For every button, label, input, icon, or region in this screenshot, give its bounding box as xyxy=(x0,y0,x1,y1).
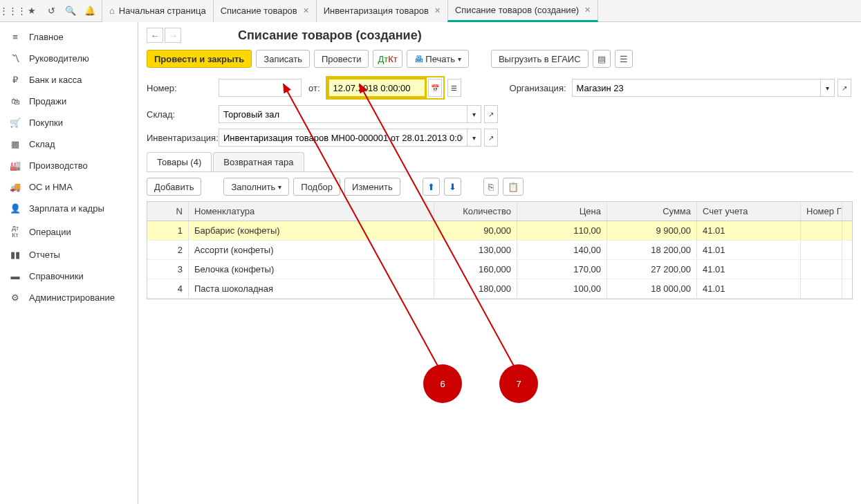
tab-home[interactable]: ⌂ Начальная страница xyxy=(102,0,214,22)
page-title: Списание товаров (создание) xyxy=(238,28,422,43)
grid-head: N Номенклатура Количество Цена Сумма Сче… xyxy=(147,202,852,221)
close-icon[interactable]: ✕ xyxy=(434,6,441,15)
sidebar-item-reports[interactable]: ▮▮Отчеты xyxy=(0,244,138,265)
dtkt-button[interactable]: ДтКт xyxy=(373,50,402,68)
table-row[interactable]: 1 Барбарис (конфеты) 90,000 110,00 9 900… xyxy=(147,221,852,241)
tab-writeoff-new[interactable]: Списание товаров (создание) ✕ xyxy=(447,0,598,22)
table-row[interactable]: 3 Белочка (конфеты) 160,000 170,00 27 20… xyxy=(147,260,852,279)
move-down-button[interactable]: ⬇ xyxy=(444,178,461,196)
history-icon[interactable]: ↺ xyxy=(41,1,61,21)
calendar-icon[interactable]: 📅 xyxy=(428,79,442,97)
col-price[interactable]: Цена xyxy=(517,202,607,221)
print-button[interactable]: 🖶 Печать▾ xyxy=(407,50,469,68)
chart-icon: 〽 xyxy=(8,53,22,64)
warehouse-label: Склад: xyxy=(147,109,219,120)
org-input[interactable] xyxy=(572,79,821,97)
tab-writeoff[interactable]: Списание товаров ✕ xyxy=(213,0,317,22)
warehouse-input[interactable] xyxy=(219,105,467,123)
cart-icon: 🛒 xyxy=(8,118,22,128)
close-icon[interactable]: ✕ xyxy=(303,6,309,15)
sidebar-label: Администрирование xyxy=(29,292,115,303)
copy-button[interactable]: ⎘ xyxy=(483,178,499,196)
chevron-down-icon[interactable]: ▾ xyxy=(821,79,835,97)
tab-label: Инвентаризация товаров xyxy=(324,6,429,16)
sidebar-item-sales[interactable]: 🛍Продажи xyxy=(0,91,138,112)
sidebar-item-bank[interactable]: ₽Банк и касса xyxy=(0,69,138,91)
post-button[interactable]: Провести xyxy=(314,50,369,68)
date-input[interactable] xyxy=(328,79,425,97)
col-n[interactable]: N xyxy=(147,202,189,221)
table-row[interactable]: 4 Паста шоколадная 180,000 100,00 18 000… xyxy=(147,279,852,299)
bag-icon: 🛍 xyxy=(8,96,22,106)
sidebar-item-references[interactable]: ▬Справочники xyxy=(0,265,138,287)
add-button[interactable]: Добавить xyxy=(147,178,201,196)
inventory-label: Инвентаризация: xyxy=(147,133,219,143)
col-gtd[interactable]: Номер Г xyxy=(801,202,842,221)
sidebar-item-payroll[interactable]: 👤Зарплата и кадры xyxy=(0,198,138,219)
tabs: ⌂ Начальная страница Списание товаров ✕ … xyxy=(102,0,598,22)
inventory-input[interactable] xyxy=(219,129,467,147)
tab-label: Начальная страница xyxy=(119,6,206,16)
move-up-button[interactable]: ⬆ xyxy=(423,178,440,196)
table-toolbar: Добавить Заполнить▾ Подбор Изменить ⬆ ⬇ … xyxy=(147,171,853,201)
star-icon[interactable]: ★ xyxy=(22,1,41,21)
sidebar-label: Отчеты xyxy=(29,250,60,260)
sidebar-label: Справочники xyxy=(29,271,84,281)
table-row[interactable]: 2 Ассорти (конфеты) 130,000 140,00 18 20… xyxy=(147,241,852,260)
back-button[interactable]: ← xyxy=(147,28,163,43)
post-close-button[interactable]: Провести и закрыть xyxy=(147,50,252,68)
tab-label: Списание товаров xyxy=(221,6,297,16)
org-open-button[interactable]: ↗ xyxy=(837,79,851,97)
dtkt-icon: ДтКт xyxy=(8,225,22,239)
warehouse-open-button[interactable]: ↗ xyxy=(484,105,498,123)
home-icon: ⌂ xyxy=(109,6,115,16)
sidebar-item-production[interactable]: 🏭Производство xyxy=(0,155,138,176)
menu-icon: ≡ xyxy=(8,32,22,42)
date-extra-button[interactable]: ☰ xyxy=(447,79,461,97)
bell-icon[interactable]: 🔔 xyxy=(80,1,100,21)
search-icon[interactable]: 🔍 xyxy=(61,1,80,21)
save-button[interactable]: Записать xyxy=(256,50,310,68)
chevron-down-icon[interactable]: ▾ xyxy=(467,129,481,147)
list-button[interactable]: ☰ xyxy=(615,50,633,68)
bars-icon: ▮▮ xyxy=(8,250,22,260)
egais-button[interactable]: Выгрузить в ЕГАИС xyxy=(491,50,589,68)
col-sum[interactable]: Сумма xyxy=(607,202,697,221)
printer-icon: 🖶 xyxy=(414,54,423,64)
pick-button[interactable]: Подбор xyxy=(293,178,340,196)
chevron-down-icon[interactable]: ▾ xyxy=(467,105,481,123)
sidebar-label: ОС и НМА xyxy=(29,182,73,192)
tab-goods[interactable]: Товары (4) xyxy=(147,152,212,171)
ruble-icon: ₽ xyxy=(8,75,22,85)
paste-button[interactable]: 📋 xyxy=(503,178,524,196)
sidebar-label: Банк и касса xyxy=(29,75,82,85)
inventory-open-button[interactable]: ↗ xyxy=(484,129,498,147)
tab-inventory[interactable]: Инвентаризация товаров ✕ xyxy=(316,0,448,22)
fill-button[interactable]: Заполнить▾ xyxy=(223,178,289,196)
register-button[interactable]: ▤ xyxy=(593,50,611,68)
forward-button[interactable]: → xyxy=(165,28,181,43)
sidebar: ≡Главное 〽Руководителю ₽Банк и касса 🛍Пр… xyxy=(0,22,138,504)
sidebar-item-operations[interactable]: ДтКтОперации xyxy=(0,219,138,244)
col-acct[interactable]: Счет учета xyxy=(697,202,801,221)
number-input[interactable] xyxy=(219,79,302,97)
tab-tare[interactable]: Возвратная тара xyxy=(213,152,304,171)
date-box: 📅 xyxy=(326,76,445,100)
sidebar-item-warehouse[interactable]: ▦Склад xyxy=(0,133,138,155)
sidebar-item-assets[interactable]: 🚚ОС и НМА xyxy=(0,176,138,198)
change-button[interactable]: Изменить xyxy=(344,178,400,196)
sidebar-item-admin[interactable]: ⚙Администрирование xyxy=(0,287,138,308)
content: ← → Списание товаров (создание) Провести… xyxy=(138,22,861,504)
sidebar-label: Покупки xyxy=(29,118,63,128)
tab-label: Списание товаров (создание) xyxy=(455,5,579,15)
org-label: Организация: xyxy=(510,83,566,93)
close-icon[interactable]: ✕ xyxy=(584,6,591,15)
grid: N Номенклатура Количество Цена Сумма Сче… xyxy=(147,201,853,299)
apps-icon[interactable]: ⋮⋮⋮ xyxy=(3,1,22,21)
sidebar-item-main[interactable]: ≡Главное xyxy=(0,26,138,48)
col-nom[interactable]: Номенклатура xyxy=(189,202,434,221)
col-qty[interactable]: Количество xyxy=(434,202,517,221)
sidebar-item-manager[interactable]: 〽Руководителю xyxy=(0,48,138,69)
sidebar-item-purchases[interactable]: 🛒Покупки xyxy=(0,112,138,133)
top-icons: ⋮⋮⋮ ★ ↺ 🔍 🔔 xyxy=(0,1,102,21)
